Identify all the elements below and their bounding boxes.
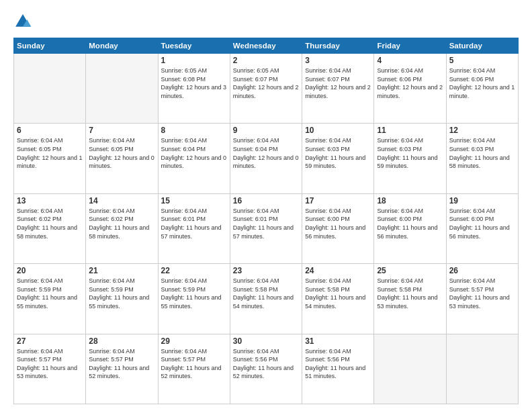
day-info: Sunrise: 6:04 AMSunset: 6:00 PMDaylight:… <box>449 207 515 240</box>
day-info: Sunrise: 6:04 AMSunset: 6:02 PMDaylight:… <box>17 207 83 240</box>
calendar-cell: 28Sunrise: 6:04 AMSunset: 5:57 PMDayligh… <box>86 334 158 404</box>
day-number: 26 <box>449 266 515 275</box>
day-info: Sunrise: 6:04 AMSunset: 6:03 PMDaylight:… <box>449 136 515 170</box>
calendar-cell: 21Sunrise: 6:04 AMSunset: 5:59 PMDayligh… <box>86 264 158 334</box>
calendar-cell: 24Sunrise: 6:04 AMSunset: 5:58 PMDayligh… <box>302 264 374 334</box>
calendar-cell: 22Sunrise: 6:04 AMSunset: 5:59 PMDayligh… <box>158 264 230 334</box>
calendar-cell: 9Sunrise: 6:04 AMSunset: 6:04 PMDaylight… <box>230 124 302 193</box>
calendar-cell <box>446 334 518 404</box>
day-info: Sunrise: 6:04 AMSunset: 5:59 PMDaylight:… <box>161 277 227 310</box>
day-info: Sunrise: 6:04 AMSunset: 5:59 PMDaylight:… <box>89 277 154 310</box>
day-info: Sunrise: 6:04 AMSunset: 5:58 PMDaylight:… <box>233 277 299 310</box>
day-number: 2 <box>233 56 299 65</box>
day-number: 23 <box>233 266 299 275</box>
calendar-cell: 30Sunrise: 6:04 AMSunset: 5:56 PMDayligh… <box>230 334 302 404</box>
calendar-cell: 29Sunrise: 6:04 AMSunset: 5:57 PMDayligh… <box>158 334 230 404</box>
day-number: 18 <box>377 196 443 205</box>
calendar-cell: 23Sunrise: 6:04 AMSunset: 5:58 PMDayligh… <box>230 264 302 334</box>
day-number: 5 <box>449 56 515 65</box>
day-number: 1 <box>161 56 227 65</box>
day-number: 14 <box>89 196 154 205</box>
calendar-cell: 26Sunrise: 6:04 AMSunset: 5:57 PMDayligh… <box>446 264 518 334</box>
day-number: 11 <box>377 126 443 135</box>
day-number: 24 <box>305 266 371 275</box>
logo <box>13 12 35 31</box>
day-number: 13 <box>17 196 83 205</box>
calendar-cell: 2Sunrise: 6:05 AMSunset: 6:07 PMDaylight… <box>230 54 302 124</box>
day-number: 7 <box>89 126 154 135</box>
day-number: 15 <box>161 196 227 205</box>
calendar-week-4: 20Sunrise: 6:04 AMSunset: 5:59 PMDayligh… <box>14 264 519 334</box>
calendar-cell <box>374 334 446 404</box>
calendar-table: SundayMondayTuesdayWednesdayThursdayFrid… <box>13 38 519 404</box>
day-info: Sunrise: 6:04 AMSunset: 5:58 PMDaylight:… <box>305 277 371 310</box>
day-number: 17 <box>305 196 371 205</box>
weekday-header-saturday: Saturday <box>446 38 518 54</box>
calendar-cell: 19Sunrise: 6:04 AMSunset: 6:00 PMDayligh… <box>446 193 518 263</box>
day-info: Sunrise: 6:04 AMSunset: 6:04 PMDaylight:… <box>233 136 299 170</box>
day-info: Sunrise: 6:04 AMSunset: 5:56 PMDaylight:… <box>305 347 371 381</box>
calendar-cell: 13Sunrise: 6:04 AMSunset: 6:02 PMDayligh… <box>14 193 86 263</box>
header <box>13 12 519 31</box>
weekday-header-tuesday: Tuesday <box>158 38 230 54</box>
day-info: Sunrise: 6:04 AMSunset: 5:59 PMDaylight:… <box>17 277 83 310</box>
calendar-cell: 16Sunrise: 6:04 AMSunset: 6:01 PMDayligh… <box>230 193 302 263</box>
day-number: 30 <box>233 336 299 346</box>
day-number: 3 <box>305 56 371 65</box>
day-number: 16 <box>233 196 299 205</box>
calendar-cell: 20Sunrise: 6:04 AMSunset: 5:59 PMDayligh… <box>14 264 86 334</box>
day-number: 28 <box>89 336 154 346</box>
calendar-week-2: 6Sunrise: 6:04 AMSunset: 6:05 PMDaylight… <box>14 124 519 193</box>
weekday-header-thursday: Thursday <box>302 38 374 54</box>
day-number: 22 <box>161 266 227 275</box>
day-info: Sunrise: 6:04 AMSunset: 5:57 PMDaylight:… <box>449 277 515 310</box>
day-info: Sunrise: 6:04 AMSunset: 6:01 PMDaylight:… <box>233 207 299 240</box>
calendar-cell: 7Sunrise: 6:04 AMSunset: 6:05 PMDaylight… <box>86 124 158 193</box>
page: SundayMondayTuesdayWednesdayThursdayFrid… <box>0 0 532 411</box>
day-number: 31 <box>305 336 371 346</box>
weekday-header-monday: Monday <box>86 38 158 54</box>
calendar-cell: 8Sunrise: 6:04 AMSunset: 6:04 PMDaylight… <box>158 124 230 193</box>
calendar-week-1: 1Sunrise: 6:05 AMSunset: 6:08 PMDaylight… <box>14 54 519 124</box>
calendar-cell: 11Sunrise: 6:04 AMSunset: 6:03 PMDayligh… <box>374 124 446 193</box>
day-number: 27 <box>17 336 83 346</box>
day-info: Sunrise: 6:05 AMSunset: 6:08 PMDaylight:… <box>161 66 227 100</box>
day-info: Sunrise: 6:04 AMSunset: 6:02 PMDaylight:… <box>89 207 154 240</box>
calendar-cell <box>14 54 86 124</box>
day-info: Sunrise: 6:04 AMSunset: 6:00 PMDaylight:… <box>377 207 443 240</box>
day-number: 20 <box>17 266 83 275</box>
day-info: Sunrise: 6:04 AMSunset: 6:05 PMDaylight:… <box>89 136 154 170</box>
day-info: Sunrise: 6:04 AMSunset: 6:03 PMDaylight:… <box>377 136 443 170</box>
day-info: Sunrise: 6:04 AMSunset: 5:57 PMDaylight:… <box>161 347 227 381</box>
weekday-header-friday: Friday <box>374 38 446 54</box>
calendar-cell: 15Sunrise: 6:04 AMSunset: 6:01 PMDayligh… <box>158 193 230 263</box>
day-number: 6 <box>17 126 83 135</box>
day-info: Sunrise: 6:04 AMSunset: 6:01 PMDaylight:… <box>161 207 227 240</box>
weekday-header-wednesday: Wednesday <box>230 38 302 54</box>
day-info: Sunrise: 6:04 AMSunset: 5:57 PMDaylight:… <box>89 347 154 381</box>
weekday-header-sunday: Sunday <box>14 38 86 54</box>
day-info: Sunrise: 6:04 AMSunset: 6:04 PMDaylight:… <box>161 136 227 170</box>
calendar-cell: 12Sunrise: 6:04 AMSunset: 6:03 PMDayligh… <box>446 124 518 193</box>
calendar-cell: 31Sunrise: 6:04 AMSunset: 5:56 PMDayligh… <box>302 334 374 404</box>
day-info: Sunrise: 6:04 AMSunset: 6:03 PMDaylight:… <box>305 136 371 170</box>
calendar-cell: 17Sunrise: 6:04 AMSunset: 6:00 PMDayligh… <box>302 193 374 263</box>
day-number: 4 <box>377 56 443 65</box>
weekday-header-row: SundayMondayTuesdayWednesdayThursdayFrid… <box>14 38 519 54</box>
day-number: 10 <box>305 126 371 135</box>
day-number: 9 <box>233 126 299 135</box>
calendar-cell: 3Sunrise: 6:04 AMSunset: 6:07 PMDaylight… <box>302 54 374 124</box>
day-number: 21 <box>89 266 154 275</box>
day-number: 19 <box>449 196 515 205</box>
day-info: Sunrise: 6:04 AMSunset: 5:56 PMDaylight:… <box>233 347 299 381</box>
day-number: 12 <box>449 126 515 135</box>
calendar-cell: 27Sunrise: 6:04 AMSunset: 5:57 PMDayligh… <box>14 334 86 404</box>
calendar-week-3: 13Sunrise: 6:04 AMSunset: 6:02 PMDayligh… <box>14 193 519 263</box>
day-info: Sunrise: 6:04 AMSunset: 6:00 PMDaylight:… <box>305 207 371 240</box>
day-info: Sunrise: 6:04 AMSunset: 6:06 PMDaylight:… <box>449 66 515 100</box>
calendar-cell: 14Sunrise: 6:04 AMSunset: 6:02 PMDayligh… <box>86 193 158 263</box>
calendar-cell: 10Sunrise: 6:04 AMSunset: 6:03 PMDayligh… <box>302 124 374 193</box>
calendar-cell: 5Sunrise: 6:04 AMSunset: 6:06 PMDaylight… <box>446 54 518 124</box>
day-info: Sunrise: 6:05 AMSunset: 6:07 PMDaylight:… <box>233 66 299 100</box>
calendar-cell: 4Sunrise: 6:04 AMSunset: 6:06 PMDaylight… <box>374 54 446 124</box>
